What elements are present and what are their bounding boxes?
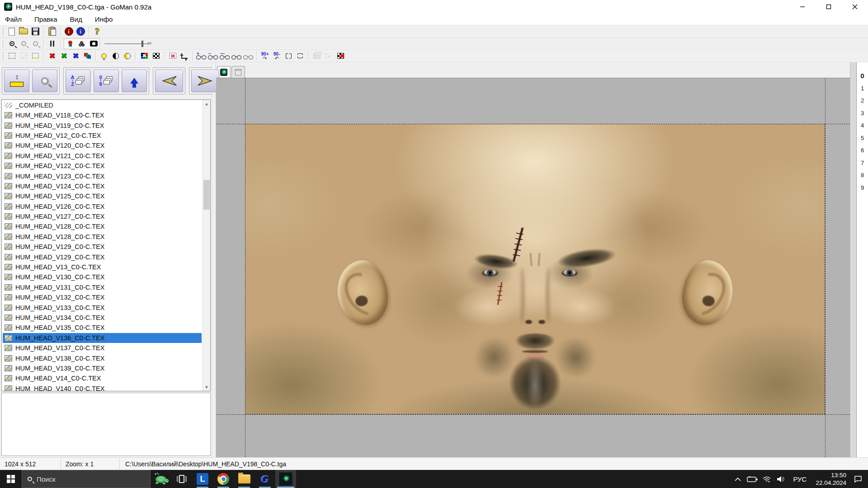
mipmap-level-7[interactable]: 7	[861, 157, 864, 169]
battery-icon[interactable]	[746, 470, 759, 488]
zoom-out-button[interactable]: -	[18, 39, 29, 49]
minimize-button[interactable]	[789, 0, 816, 14]
file-list-item[interactable]: HUM_HEAD_V13_C0-C.TEX	[3, 262, 210, 272]
mipmap-level-1[interactable]: 1	[861, 82, 864, 95]
animation-mode-button[interactable]	[64, 39, 76, 49]
alpha-only-button[interactable]	[242, 51, 254, 61]
bw-checker-button[interactable]	[150, 51, 162, 61]
tray-chevron-up[interactable]	[731, 470, 744, 488]
select-rect-button[interactable]	[6, 51, 18, 61]
action-center-button[interactable]	[852, 470, 864, 488]
all-channels-button[interactable]	[81, 51, 93, 61]
menu-info[interactable]: Инфо	[89, 14, 119, 25]
mipmap-level-4[interactable]: 4	[861, 119, 864, 132]
axes-button[interactable]	[179, 51, 190, 61]
panel-splitter[interactable]	[212, 62, 216, 457]
file-list-item[interactable]: HUM_HEAD_V134_C0-C.TEX	[3, 313, 210, 323]
file-list-item[interactable]: HUM_HEAD_V120_C0-C.TEX	[3, 141, 210, 150]
tab-info-view[interactable]	[231, 66, 245, 78]
green-channel-button[interactable]: ✖	[58, 51, 70, 61]
paste-button[interactable]	[46, 27, 58, 37]
color-invert-button[interactable]	[138, 51, 150, 61]
head-texture-image[interactable]	[245, 124, 825, 414]
mipmap-level-8[interactable]: 8	[861, 169, 864, 182]
taskbar-app-explorer[interactable]	[234, 470, 255, 488]
scroll-thumb[interactable]	[203, 180, 210, 210]
file-list-item[interactable]: HUM_HEAD_V133_C0-C.TEX	[3, 302, 210, 312]
animation-speed-slider[interactable]	[104, 41, 151, 47]
file-list-item[interactable]: HUM_HEAD_V125_C0-C.TEX	[3, 191, 210, 201]
list-scrollbar[interactable]: ▲ ▼	[203, 100, 210, 391]
file-list-item[interactable]: HUM_HEAD_V12_C0-C.TEX	[3, 131, 210, 141]
image-info-button[interactable]: i	[75, 27, 86, 37]
file-list-item[interactable]: HUM_HEAD_V121_C0-C.TEX	[3, 151, 210, 161]
mipmap-level-5[interactable]: 5	[861, 132, 864, 145]
file-list-item[interactable]: HUM_HEAD_V130_C0-C.TEX	[3, 272, 210, 282]
gamma-button[interactable]	[122, 51, 133, 61]
mipmap-level-9[interactable]: 9	[861, 182, 864, 194]
alpha-add-button[interactable]: +	[195, 51, 207, 61]
start-button[interactable]	[0, 470, 22, 488]
file-list-item[interactable]: HUM_HEAD_V135_C0-C.TEX	[3, 323, 210, 333]
alpha-sub2-button[interactable]: ––	[219, 51, 231, 61]
file-list-item[interactable]: HUM_HEAD_V127_C0-C.TEX	[3, 211, 210, 221]
file-list-item[interactable]: HUM_HEAD_V140_C0-C.TEX	[3, 384, 210, 391]
sort-numeric-button[interactable]: 0⁞9	[94, 70, 119, 92]
file-list-item[interactable]: HUM_HEAD_V129_C0-C.TEX	[3, 242, 210, 252]
file-list-item[interactable]: HUM_HEAD_V129_C0-C.TEX	[3, 252, 210, 262]
speaker-icon[interactable]	[775, 470, 788, 488]
rgb-channels-button[interactable]	[76, 39, 88, 49]
sort-alpha-button[interactable]: A⁞Z	[66, 70, 91, 92]
file-list-item[interactable]: HUM_HEAD_V137_C0-C.TEX	[3, 343, 210, 353]
language-indicator[interactable]: РУС	[789, 475, 810, 483]
flip-horizontal-button[interactable]	[283, 51, 294, 61]
task-view-button[interactable]	[171, 470, 192, 488]
file-list-item[interactable]: HUM_HEAD_V138_C0-C.TEX	[3, 353, 210, 363]
new-file-button[interactable]	[6, 27, 18, 37]
texture-file-list[interactable]: _COMPILED HUM_HEAD_V118_C0-C.TEXHUM_HEAD…	[1, 99, 211, 391]
taskbar-search[interactable]: Поиск	[22, 470, 151, 488]
menu-view[interactable]: Вид	[64, 14, 89, 25]
previous-file-button[interactable]	[155, 70, 183, 92]
file-list-item[interactable]: HUM_HEAD_V14_C0-C.TEX	[3, 373, 210, 383]
file-list-item[interactable]: HUM_HEAD_V122_C0-C.TEX	[3, 161, 210, 171]
zoom-in-button[interactable]: +	[6, 39, 18, 49]
open-file-button[interactable]	[18, 27, 29, 37]
maximize-button[interactable]	[816, 0, 842, 14]
file-list-item[interactable]: HUM_HEAD_V118_C0-C.TEX	[3, 110, 210, 120]
mipmap-level-2[interactable]: 2	[861, 94, 864, 107]
file-list-item[interactable]: HUM_HEAD_V119_C0-C.TEX	[3, 120, 210, 130]
go-up-button[interactable]	[122, 70, 147, 92]
search-button[interactable]	[32, 70, 57, 92]
taskbar-app-chrome[interactable]	[213, 470, 234, 488]
alpha-sub-button[interactable]: –	[207, 51, 219, 61]
blue-channel-button[interactable]: ✖	[70, 51, 81, 61]
red-channel-button[interactable]: ✖	[46, 51, 58, 61]
file-list-item[interactable]: HUM_HEAD_V126_C0-C.TEX	[3, 202, 210, 211]
canvas-scroll-track[interactable]	[850, 62, 856, 457]
file-info-button[interactable]: i	[63, 27, 75, 37]
zoom-reset-button[interactable]	[29, 39, 41, 49]
file-list-item[interactable]: HUM_HEAD_V128_C0-C.TEX	[3, 232, 210, 242]
mipmap-level-3[interactable]: 3	[861, 107, 864, 120]
file-list-item[interactable]: HUM_HEAD_V123_C0-C.TEX	[3, 171, 210, 181]
next-file-button[interactable]	[191, 70, 219, 92]
select-diagonal-button[interactable]	[18, 51, 29, 61]
archive-root-item[interactable]: _COMPILED	[2, 100, 210, 110]
slider-handle[interactable]	[142, 41, 143, 47]
scroll-down-arrow[interactable]: ▼	[203, 383, 210, 391]
rotate-ccw-button[interactable]: 90- ↶	[271, 51, 283, 61]
close-button[interactable]	[842, 0, 868, 14]
pause-animation-button[interactable]	[46, 39, 58, 49]
file-list-item[interactable]: HUM_HEAD_V136_C0-C.TEX	[3, 333, 202, 343]
menu-edit[interactable]: Правка	[28, 14, 64, 25]
file-list-item[interactable]: HUM_HEAD_V128_C0-C.TEX	[3, 221, 210, 231]
taskbar-app-turtle[interactable]	[151, 470, 171, 488]
rotate-cw-button[interactable]: 90+ ↷	[259, 51, 271, 61]
taskbar-app-goman[interactable]	[275, 470, 296, 488]
file-list-item[interactable]: HUM_HEAD_V139_C0-C.TEX	[3, 363, 210, 373]
menu-file[interactable]: Файл	[0, 14, 28, 25]
apply-check-button[interactable]: ⁚✓	[323, 51, 335, 61]
alpha-view-button[interactable]	[231, 51, 242, 61]
border-frame-button[interactable]	[167, 51, 179, 61]
